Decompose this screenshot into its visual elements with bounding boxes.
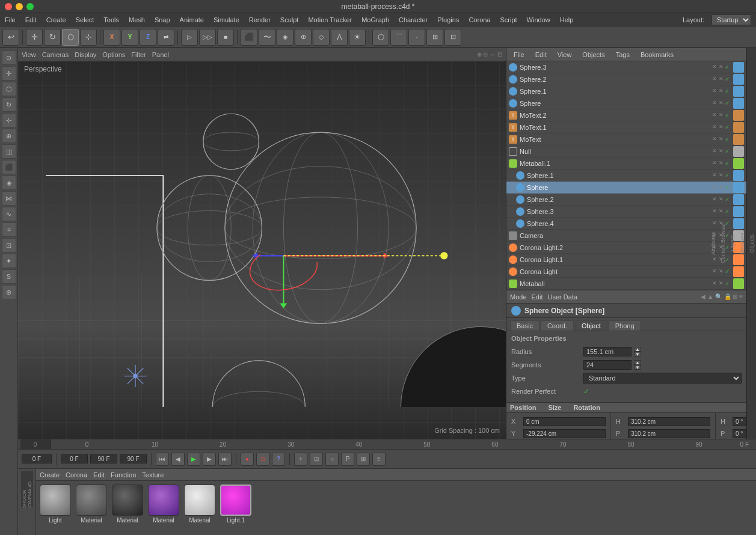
sds-button[interactable]: ⊞ bbox=[426, 29, 443, 46]
x-axis-button[interactable]: X bbox=[103, 29, 120, 46]
z-axis-button[interactable]: Z bbox=[140, 29, 156, 46]
minimize-button[interactable] bbox=[16, 3, 23, 10]
attr-type-select[interactable]: Standard bbox=[583, 373, 742, 384]
view-menu[interactable]: View bbox=[22, 51, 36, 58]
timeline-marks[interactable]: 0 10 20 30 40 50 60 70 80 90 bbox=[51, 441, 736, 448]
menu-animate[interactable]: Animate bbox=[175, 16, 209, 23]
obj-list-item-18[interactable]: Metaball✕ ✕✓ bbox=[506, 278, 746, 290]
obj-list-item-5[interactable]: TMoText.1✕ ✕✓ bbox=[506, 121, 746, 133]
left-tool-7[interactable]: ◫ bbox=[2, 144, 16, 159]
left-tool-4[interactable]: ↻ bbox=[2, 97, 16, 112]
menu-character[interactable]: Character bbox=[394, 16, 432, 23]
traffic-lights[interactable] bbox=[5, 3, 34, 10]
menu-help[interactable]: Help bbox=[555, 16, 579, 23]
light-button[interactable]: ☀ bbox=[349, 29, 366, 46]
menu-create[interactable]: Create bbox=[41, 16, 71, 23]
menu-script[interactable]: Script bbox=[495, 16, 521, 23]
attr-radius-spinner[interactable]: ▲ ▼ bbox=[634, 347, 641, 356]
obj-list-item-13[interactable]: Sphere.4✕ ✕✓ bbox=[506, 218, 746, 230]
edge-button[interactable]: ⌒ bbox=[390, 29, 407, 46]
menu-mesh[interactable]: Mesh bbox=[124, 16, 150, 23]
cube-button[interactable]: ⬛ bbox=[241, 29, 257, 46]
attr-tab-object[interactable]: Object bbox=[575, 320, 607, 331]
point-button[interactable]: ∙ bbox=[408, 29, 425, 46]
attr-radius-down[interactable]: ▼ bbox=[634, 352, 641, 356]
left-tool-9[interactable]: ◈ bbox=[2, 176, 16, 190]
landscape-button[interactable]: ⋀ bbox=[331, 29, 348, 46]
attr-segments-down[interactable]: ▼ bbox=[634, 365, 641, 370]
attr-tab-phong[interactable]: Phong bbox=[609, 320, 641, 331]
last-frame-btn[interactable]: ⏭ bbox=[218, 453, 232, 466]
menu-mograph[interactable]: MoGraph bbox=[357, 16, 394, 23]
left-tool-14[interactable]: ✦ bbox=[2, 254, 16, 268]
obj-list-item-11[interactable]: Sphere.2✕ ✕✓ bbox=[506, 194, 746, 206]
first-frame-btn[interactable]: ⏮ bbox=[156, 453, 169, 466]
obj-list-item-0[interactable]: Sphere.3✕ ✕✓ bbox=[506, 61, 746, 73]
obj-list-item-7[interactable]: Null✕ ✕✓ bbox=[506, 145, 746, 157]
pos-x-input[interactable] bbox=[523, 417, 606, 426]
obj-list-item-1[interactable]: Sphere.2✕ ✕✓ bbox=[506, 73, 746, 85]
bend-button[interactable]: 〜 bbox=[259, 29, 275, 46]
rotate-tool-button[interactable]: ↻ bbox=[44, 29, 61, 46]
menu-plugins[interactable]: Plugins bbox=[432, 16, 464, 23]
poly-button[interactable]: ⬡ bbox=[372, 29, 389, 46]
del-keyframe-btn[interactable]: ○ bbox=[325, 453, 339, 466]
mat-item-1[interactable]: Material bbox=[76, 485, 107, 524]
mat-menu-function[interactable]: Function bbox=[111, 471, 136, 478]
menu-tools[interactable]: Tools bbox=[99, 16, 124, 23]
attr-tab-mode[interactable]: Mode bbox=[510, 293, 527, 301]
cameras-menu[interactable]: Cameras bbox=[42, 51, 69, 58]
scale-tool-button[interactable]: ⬡ bbox=[62, 29, 79, 46]
left-tool-13[interactable]: ⊡ bbox=[2, 238, 16, 252]
obj-list-item-3[interactable]: Sphere✕ ✕✓ bbox=[506, 97, 746, 109]
mat-item-4[interactable]: Material bbox=[184, 485, 215, 524]
move-tool-button[interactable]: ✛ bbox=[26, 29, 43, 46]
undo-button[interactable]: ↩ bbox=[2, 29, 19, 46]
left-tool-12[interactable]: ⌗ bbox=[2, 222, 16, 237]
attr-radius-input[interactable] bbox=[583, 347, 632, 356]
obj-list-item-8[interactable]: Metaball.1✕ ✕✓ bbox=[506, 157, 746, 170]
obj-tab-bookmarks[interactable]: Bookmarks bbox=[636, 50, 678, 60]
obj-tab-objects[interactable]: Objects bbox=[577, 50, 609, 60]
mat-menu-corona[interactable]: Corona bbox=[66, 471, 87, 478]
select-button[interactable]: ⊹ bbox=[80, 29, 97, 46]
attr-tab-basic[interactable]: Basic bbox=[510, 320, 539, 331]
attr-render-perfect-check[interactable]: ✓ bbox=[583, 387, 589, 396]
size-p-input[interactable] bbox=[628, 429, 710, 438]
mat-item-5[interactable]: Light.1 bbox=[220, 485, 251, 524]
obj-tab-file[interactable]: File bbox=[509, 50, 529, 60]
menu-corona[interactable]: Corona bbox=[464, 16, 495, 23]
panel-menu[interactable]: Panel bbox=[152, 51, 169, 58]
menu-render[interactable]: Render bbox=[244, 16, 275, 23]
obj-tab-edit[interactable]: Edit bbox=[530, 50, 552, 60]
mat-item-2[interactable]: Material bbox=[112, 485, 143, 524]
obj-list-item-12[interactable]: Sphere.3✕ ✕✓ bbox=[506, 206, 746, 218]
obj-list-item-6[interactable]: TMoText✕ ✕✓ bbox=[506, 133, 746, 145]
end-frame2-input[interactable] bbox=[120, 454, 147, 463]
record-button[interactable]: ■ bbox=[217, 29, 234, 46]
left-tool-15[interactable]: S bbox=[2, 269, 16, 284]
menu-motiontracker[interactable]: Motion Tracker bbox=[303, 16, 357, 23]
layout-select[interactable]: Startup bbox=[711, 14, 751, 25]
menu-snap[interactable]: Snap bbox=[150, 16, 175, 23]
mat-item-3[interactable]: Material bbox=[148, 485, 179, 524]
maximize-button[interactable] bbox=[26, 3, 34, 10]
transform-button[interactable]: ⇄ bbox=[158, 29, 174, 46]
auto-record-btn[interactable]: ⊙ bbox=[256, 453, 269, 466]
y-axis-button[interactable]: Y bbox=[121, 29, 138, 46]
obj-list-item-10[interactable]: Sphere✕ ✕✓ bbox=[506, 182, 746, 194]
boole-button[interactable]: ⊕ bbox=[295, 29, 312, 46]
display-menu[interactable]: Display bbox=[75, 51, 96, 58]
attr-tab-coord[interactable]: Coord. bbox=[541, 320, 574, 331]
playback-button[interactable]: ▷▷ bbox=[199, 29, 216, 46]
sweep-button[interactable]: ◇ bbox=[313, 29, 330, 46]
grid-btn[interactable]: ⊞ bbox=[357, 453, 370, 466]
obj-list-item-4[interactable]: TMoText.2✕ ✕✓ bbox=[506, 109, 746, 121]
menu-select[interactable]: Select bbox=[71, 16, 99, 23]
timeline-btn[interactable]: ≡ bbox=[372, 453, 386, 466]
filter-menu[interactable]: Filter bbox=[131, 51, 146, 58]
left-tool-10[interactable]: ⋈ bbox=[2, 191, 16, 206]
obj-tab-tags[interactable]: Tags bbox=[611, 50, 635, 60]
play-btn[interactable]: ▶ bbox=[187, 453, 200, 466]
options-menu[interactable]: Options bbox=[102, 51, 125, 58]
